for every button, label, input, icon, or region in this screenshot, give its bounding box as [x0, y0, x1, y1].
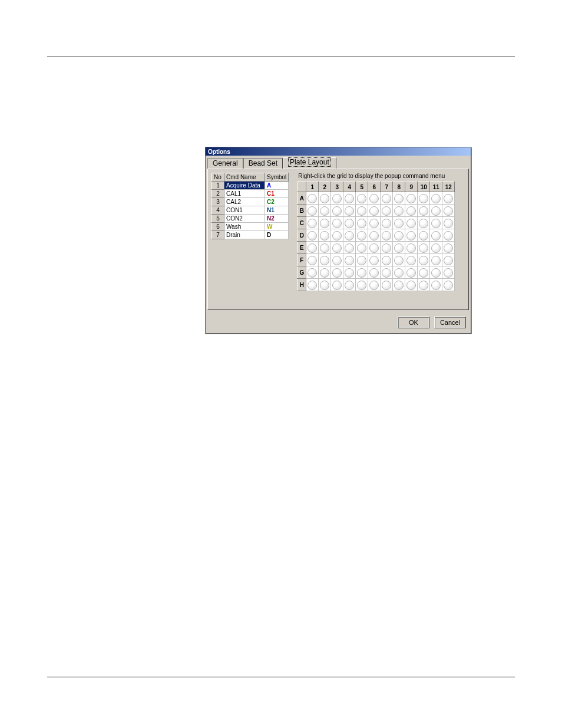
plate-well[interactable]	[343, 192, 356, 205]
plate-well[interactable]	[319, 279, 331, 291]
command-table-header-no[interactable]: No	[212, 173, 224, 182]
plate-well[interactable]	[405, 192, 418, 205]
cancel-button[interactable]: Cancel	[434, 317, 466, 328]
plate-well[interactable]	[319, 254, 331, 266]
plate-row-header[interactable]: E	[297, 242, 306, 254]
plate-well[interactable]	[319, 242, 331, 254]
plate-well[interactable]	[381, 229, 393, 242]
plate-well[interactable]	[306, 254, 319, 266]
plate-well[interactable]	[343, 229, 356, 242]
plate-well[interactable]	[331, 192, 343, 205]
plate-well[interactable]	[418, 254, 430, 266]
plate-well[interactable]	[356, 279, 368, 291]
plate-row-header[interactable]: F	[297, 254, 306, 266]
tab-plate-layout[interactable]: Plate Layout	[283, 157, 336, 169]
plate-well[interactable]	[331, 242, 343, 254]
command-table-header-name[interactable]: Cmd Name	[224, 173, 265, 182]
plate-well[interactable]	[442, 205, 455, 217]
plate-well[interactable]	[343, 266, 356, 279]
plate-well[interactable]	[418, 242, 430, 254]
plate-well[interactable]	[430, 254, 442, 266]
plate-well[interactable]	[418, 192, 430, 205]
plate-well[interactable]	[306, 279, 319, 291]
plate-row-header[interactable]: H	[297, 279, 306, 291]
tab-general[interactable]: General	[207, 158, 243, 169]
plate-well[interactable]	[306, 266, 319, 279]
plate-well[interactable]	[381, 192, 393, 205]
plate-well[interactable]	[356, 229, 368, 242]
plate-well[interactable]	[343, 205, 356, 217]
command-table-row[interactable]: 2CAL1C1	[212, 190, 289, 198]
command-table-row[interactable]: 1Acquire DataA	[212, 182, 289, 190]
plate-well[interactable]	[393, 192, 405, 205]
plate-well[interactable]	[368, 254, 381, 266]
plate-well[interactable]	[442, 279, 455, 291]
plate-well[interactable]	[418, 279, 430, 291]
plate-well[interactable]	[306, 242, 319, 254]
plate-well[interactable]	[343, 254, 356, 266]
plate-well[interactable]	[405, 242, 418, 254]
plate-well[interactable]	[381, 266, 393, 279]
plate-well[interactable]	[356, 192, 368, 205]
plate-well[interactable]	[405, 205, 418, 217]
plate-well[interactable]	[381, 254, 393, 266]
plate-well[interactable]	[442, 192, 455, 205]
plate-row-header[interactable]: A	[297, 192, 306, 205]
plate-well[interactable]	[430, 205, 442, 217]
plate-well[interactable]	[393, 242, 405, 254]
plate-column-header[interactable]: 7	[381, 182, 393, 192]
tab-bead-set[interactable]: Bead Set	[243, 158, 283, 169]
plate-well[interactable]	[306, 192, 319, 205]
plate-well[interactable]	[442, 217, 455, 229]
plate-well[interactable]	[430, 192, 442, 205]
command-table-row[interactable]: 5CON2N2	[212, 215, 289, 223]
plate-well[interactable]	[418, 217, 430, 229]
plate-well[interactable]	[381, 205, 393, 217]
plate-grid[interactable]: 123456789101112 ABCDEFGH	[297, 182, 455, 291]
plate-well[interactable]	[356, 205, 368, 217]
dialog-titlebar[interactable]: Options	[206, 147, 471, 156]
plate-well[interactable]	[356, 254, 368, 266]
plate-column-header[interactable]: 1	[306, 182, 319, 192]
plate-well[interactable]	[319, 217, 331, 229]
plate-well[interactable]	[405, 229, 418, 242]
command-table-row[interactable]: 7DrainD	[212, 231, 289, 239]
plate-row-header[interactable]: B	[297, 205, 306, 217]
plate-well[interactable]	[442, 242, 455, 254]
plate-well[interactable]	[430, 266, 442, 279]
plate-column-header[interactable]: 12	[442, 182, 455, 192]
plate-well[interactable]	[418, 205, 430, 217]
plate-well[interactable]	[331, 279, 343, 291]
command-table-row[interactable]: 6WashW	[212, 223, 289, 231]
plate-row-header[interactable]: D	[297, 229, 306, 242]
plate-well[interactable]	[343, 242, 356, 254]
plate-well[interactable]	[331, 205, 343, 217]
plate-column-header[interactable]: 10	[418, 182, 430, 192]
plate-well[interactable]	[393, 279, 405, 291]
plate-well[interactable]	[343, 279, 356, 291]
plate-well[interactable]	[393, 229, 405, 242]
plate-well[interactable]	[381, 279, 393, 291]
plate-well[interactable]	[319, 192, 331, 205]
plate-well[interactable]	[393, 217, 405, 229]
plate-well[interactable]	[405, 217, 418, 229]
plate-well[interactable]	[368, 192, 381, 205]
plate-column-header[interactable]: 2	[319, 182, 331, 192]
plate-well[interactable]	[368, 242, 381, 254]
plate-well[interactable]	[405, 266, 418, 279]
plate-well[interactable]	[418, 229, 430, 242]
plate-well[interactable]	[442, 266, 455, 279]
plate-well[interactable]	[319, 266, 331, 279]
plate-well[interactable]	[343, 217, 356, 229]
plate-well[interactable]	[393, 266, 405, 279]
plate-well[interactable]	[381, 242, 393, 254]
plate-column-header[interactable]: 9	[405, 182, 418, 192]
plate-well[interactable]	[306, 217, 319, 229]
plate-well[interactable]	[331, 266, 343, 279]
plate-well[interactable]	[368, 229, 381, 242]
plate-well[interactable]	[331, 217, 343, 229]
plate-well[interactable]	[381, 217, 393, 229]
command-table-row[interactable]: 4CON1N1	[212, 206, 289, 215]
plate-well[interactable]	[319, 205, 331, 217]
plate-well[interactable]	[368, 205, 381, 217]
